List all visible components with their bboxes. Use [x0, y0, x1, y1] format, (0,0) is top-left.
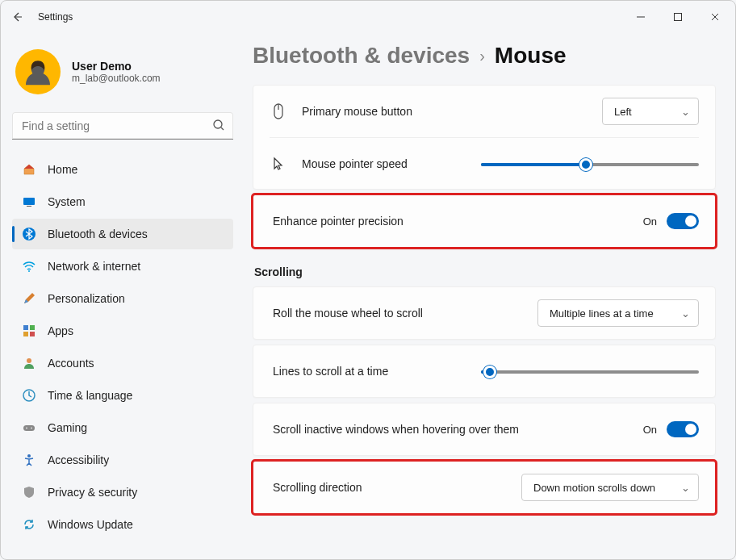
app-title: Settings	[38, 11, 73, 23]
home-icon	[22, 162, 36, 177]
dropdown-value: Multiple lines at a time	[550, 307, 654, 320]
mouse-icon	[270, 102, 287, 120]
scroll-direction-dropdown[interactable]: Down motion scrolls down ⌄	[521, 474, 699, 501]
wheel-mode-label: Roll the mouse wheel to scroll	[273, 307, 423, 320]
search-icon	[212, 119, 225, 135]
person-icon	[22, 356, 36, 370]
row-wheel-mode: Roll the mouse wheel to scroll Multiple …	[270, 287, 699, 339]
avatar	[15, 49, 61, 94]
svg-point-16	[27, 454, 31, 458]
svg-point-14	[26, 428, 27, 429]
row-pointer-speed: Mouse pointer speed	[270, 137, 699, 189]
nav-item-apps[interactable]: Apps	[12, 316, 233, 346]
accessibility-icon	[22, 453, 36, 467]
breadcrumb: Bluetooth & devices › Mouse	[253, 43, 716, 69]
cursor-icon	[270, 157, 287, 171]
minimize-button[interactable]	[622, 4, 659, 30]
nav-label: Accounts	[48, 357, 94, 370]
nav-item-accounts[interactable]: Accounts	[12, 348, 233, 378]
user-block[interactable]: User Demo m_lab@outlook.com	[12, 41, 233, 109]
nav-label: Home	[48, 163, 77, 176]
nav-item-gaming[interactable]: Gaming	[12, 412, 233, 443]
gamepad-icon	[22, 420, 36, 435]
nav-label: Network & internet	[48, 260, 140, 273]
svg-rect-9	[23, 332, 28, 336]
chevron-down-icon: ⌄	[681, 482, 690, 494]
svg-rect-3	[23, 198, 35, 205]
nav-label: Accessibility	[48, 453, 109, 466]
card-mouse-basic: Primary mouse button Left ⌄ Mouse pointe…	[253, 85, 716, 190]
shield-icon	[22, 485, 36, 499]
inactive-windows-label: Scroll inactive windows when hovering ov…	[273, 423, 519, 436]
nav-label: Time & language	[48, 389, 132, 402]
bluetooth-icon	[22, 227, 36, 241]
card-scroll-direction: Scrolling direction Down motion scrolls …	[253, 461, 716, 514]
pointer-speed-label: Mouse pointer speed	[302, 157, 408, 170]
enhance-precision-state: On	[643, 215, 657, 228]
nav-item-privacy-security[interactable]: Privacy & security	[12, 477, 233, 508]
update-icon	[22, 517, 36, 532]
svg-point-11	[27, 358, 31, 363]
user-email: m_lab@outlook.com	[72, 73, 161, 84]
enhance-precision-label: Enhance pointer precision	[273, 215, 404, 228]
lines-label: Lines to scroll at a time	[273, 365, 388, 378]
nav-item-accessibility[interactable]: Accessibility	[12, 445, 233, 475]
card-lines-at-a-time: Lines to scroll at a time	[253, 345, 716, 398]
nav-item-bluetooth-devices[interactable]: Bluetooth & devices	[12, 219, 233, 249]
search-field[interactable]	[12, 112, 233, 140]
inactive-windows-toggle[interactable]	[667, 421, 699, 437]
chevron-down-icon: ⌄	[681, 106, 690, 118]
nav-label: System	[48, 195, 86, 208]
system-icon	[22, 194, 36, 209]
chevron-down-icon: ⌄	[681, 307, 690, 320]
nav-item-system[interactable]: System	[12, 186, 233, 217]
svg-rect-7	[23, 325, 28, 330]
nav-item-windows-update[interactable]: Windows Update	[12, 509, 233, 540]
main-pane: Bluetooth & devices › Mouse Primary mous…	[243, 33, 735, 559]
row-lines-at-a-time: Lines to scroll at a time	[270, 345, 699, 397]
row-scroll-direction: Scrolling direction Down motion scrolls …	[270, 462, 699, 513]
apps-icon	[22, 324, 36, 338]
svg-point-15	[31, 428, 32, 429]
window-controls	[622, 4, 734, 30]
enhance-precision-toggle[interactable]	[667, 213, 699, 229]
nav-item-home[interactable]: Home	[12, 154, 233, 185]
breadcrumb-parent[interactable]: Bluetooth & devices	[253, 43, 470, 69]
card-enhance-precision: Enhance pointer precision On	[253, 194, 716, 248]
svg-point-2	[214, 120, 222, 128]
user-name: User Demo	[72, 60, 161, 73]
breadcrumb-current: Mouse	[495, 43, 567, 69]
nav-label: Apps	[48, 324, 73, 337]
primary-button-dropdown[interactable]: Left ⌄	[602, 98, 699, 125]
wheel-mode-dropdown[interactable]: Multiple lines at a time ⌄	[537, 299, 699, 327]
search-input[interactable]	[12, 112, 233, 140]
nav-item-personalization[interactable]: Personalization	[12, 283, 233, 314]
scroll-direction-label: Scrolling direction	[273, 481, 362, 494]
nav-list: Home System Bluetooth & devices Network …	[12, 154, 233, 540]
pointer-speed-slider[interactable]	[481, 156, 699, 172]
maximize-button[interactable]	[659, 4, 696, 30]
card-wheel-mode: Roll the mouse wheel to scroll Multiple …	[253, 286, 716, 340]
back-icon[interactable]	[9, 9, 25, 25]
nav-item-network[interactable]: Network & internet	[12, 251, 233, 282]
sidebar: User Demo m_lab@outlook.com Home System …	[1, 33, 243, 559]
dropdown-value: Left	[614, 106, 632, 118]
svg-rect-8	[30, 325, 35, 330]
dropdown-value: Down motion scrolls down	[533, 482, 655, 494]
nav-item-time-language[interactable]: Time & language	[12, 380, 233, 411]
wifi-icon	[22, 259, 36, 274]
svg-rect-10	[30, 332, 35, 336]
nav-label: Bluetooth & devices	[48, 228, 148, 240]
nav-label: Personalization	[48, 292, 125, 305]
svg-rect-4	[27, 206, 31, 207]
chevron-right-icon: ›	[479, 47, 485, 65]
lines-slider[interactable]	[481, 363, 699, 379]
row-inactive-windows: Scroll inactive windows when hovering ov…	[270, 403, 699, 455]
close-button[interactable]	[696, 4, 734, 30]
card-inactive-windows: Scroll inactive windows when hovering ov…	[253, 403, 716, 456]
nav-label: Privacy & security	[48, 486, 137, 499]
primary-button-label: Primary mouse button	[302, 105, 412, 118]
nav-label: Windows Update	[48, 518, 133, 531]
nav-label: Gaming	[48, 421, 87, 434]
row-enhance-precision: Enhance pointer precision On	[270, 195, 699, 247]
